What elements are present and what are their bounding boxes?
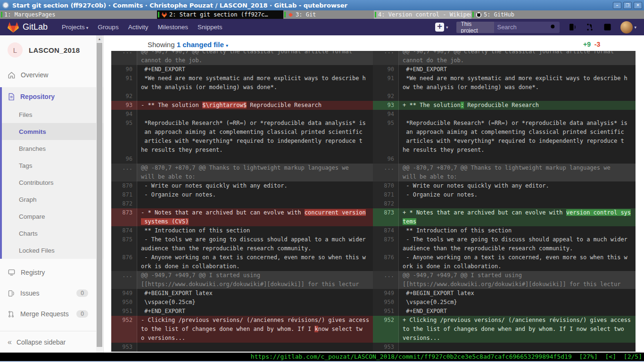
issues-icon[interactable] (568, 23, 577, 32)
diff-line-number[interactable]: 871 (373, 190, 399, 199)
diff-row: 873- * Notes that are archived but can e… (111, 208, 373, 226)
project-header[interactable]: L LASCON_2018 (0, 35, 103, 65)
sidebar-item-overview[interactable]: Overview (0, 65, 103, 85)
sidebar-item-registry[interactable]: Registry (0, 262, 103, 283)
changed-files-dropdown[interactable]: 1 changed file (177, 41, 224, 49)
scrollbar-thumb[interactable] (97, 43, 102, 347)
browser-tab[interactable]: 2: Start git section (ff927c… (157, 10, 283, 19)
diff-line-number[interactable]: ... (111, 51, 137, 65)
diff-line-number[interactable]: ... (373, 271, 399, 289)
diff-line-number[interactable]: ... (111, 271, 137, 289)
diff-row: ...@@ -949,7 +949,7 @@ I started using [… (373, 271, 636, 289)
diff-line-number[interactable]: 949 (373, 289, 399, 298)
new-dropdown-button[interactable]: + ▾ (435, 23, 448, 32)
diff-line-number[interactable]: 91 (111, 74, 137, 92)
diff-line-number[interactable]: ... (373, 51, 399, 65)
diff-line-number[interactable]: 873 (373, 208, 399, 226)
sidebar-item-graph[interactable]: Graph (2, 191, 103, 208)
sidebar-item-compare[interactable]: Compare (2, 208, 103, 225)
chevron-down-icon: ▾ (226, 43, 228, 48)
browser-tab[interactable]: 5: GitHub (471, 10, 644, 19)
diff-line-number[interactable]: 873 (111, 208, 137, 226)
diff-line-number[interactable]: 94 (111, 110, 137, 119)
diff-line-number[interactable]: 874 (111, 226, 137, 235)
diff-line-number[interactable]: 875 (111, 235, 137, 253)
diff-line-number[interactable]: 953 (373, 343, 399, 352)
nav-link-projects[interactable]: Projects▾ (57, 24, 93, 31)
sidebar-item-commits[interactable]: Commits (2, 123, 103, 140)
sidebar-item-issues[interactable]: Issues 0 (0, 283, 103, 304)
diff-line-number[interactable]: 874 (373, 226, 399, 235)
sidebar-item-merge-requests[interactable]: Merge Requests 0 (0, 304, 103, 324)
sidebar-item-contributors[interactable]: Contributors (2, 174, 103, 191)
sidebar-item-branches[interactable]: Branches (2, 140, 103, 157)
diff-line-number[interactable]: 872 (111, 199, 137, 208)
diff-line-number[interactable]: 951 (111, 307, 137, 316)
diff-line-number[interactable]: 876 (111, 253, 137, 271)
scrollbar-up-arrow[interactable]: ▲ (96, 35, 103, 42)
collapse-chevrons-icon: « (8, 338, 12, 346)
diff-line-number[interactable]: 872 (373, 199, 399, 208)
search-icon (550, 24, 557, 31)
sidebar-item-repository[interactable]: Repository (2, 87, 103, 106)
nav-link-groups[interactable]: Groups (93, 24, 123, 31)
merge-requests-icon[interactable] (586, 23, 594, 32)
diff-line-number[interactable]: 870 (111, 181, 137, 190)
diff-line-number[interactable]: 870 (373, 181, 399, 190)
diff-line-number[interactable]: ... (111, 164, 137, 181)
search-input[interactable] (494, 24, 550, 31)
diff-line-number[interactable]: ... (373, 164, 399, 181)
window-titlebar: Start git section (ff927c0b) · Commits ·… (0, 0, 644, 10)
todos-icon[interactable] (603, 23, 612, 32)
diff-line-number[interactable]: 953 (111, 343, 137, 352)
diff-row: 93- ** The solution $\rightarrow$ Reprod… (111, 101, 373, 110)
diff-line-content: @@ -870,7 +870,7 @@ Thanks to lightweigh… (399, 164, 636, 181)
diff-line-number[interactable]: 96 (111, 155, 137, 164)
sidebar-item-files[interactable]: Files (2, 106, 103, 123)
diff-line-number[interactable]: 95 (111, 119, 137, 155)
container-registry-icon (8, 269, 16, 276)
diff-line-content: @@ -90,7 +90,7 @@ Clearly the classical … (137, 51, 373, 65)
diff-line-number[interactable]: 92 (373, 92, 399, 101)
sidebar-item-locked-files[interactable]: Locked Files (2, 242, 103, 259)
diff-line-number[interactable]: 91 (373, 74, 399, 92)
diff-line-number[interactable]: 92 (111, 92, 137, 101)
minimize-button[interactable]: – (613, 2, 621, 9)
diff-line-number[interactable]: 95 (373, 119, 399, 155)
diff-line-number[interactable]: 90 (111, 65, 137, 74)
sidebar-scrollbar[interactable]: ▲ (96, 35, 103, 353)
diff-line-content: #+END_EXPORT (137, 307, 373, 316)
sidebar-item-charts[interactable]: Charts (2, 225, 103, 242)
diff-line-number[interactable]: 952 (373, 316, 399, 343)
diff-line-number[interactable]: 90 (373, 65, 399, 74)
diff-line-number[interactable]: 950 (111, 298, 137, 307)
diff-row: 96 (111, 155, 373, 164)
diff-line-number[interactable]: 94 (373, 110, 399, 119)
diff-line-number[interactable]: 93 (111, 101, 137, 110)
browser-tab[interactable]: 3: Git (283, 10, 374, 19)
diff-line-content: #+END_EXPORT (137, 65, 373, 74)
diff-row: 92 (111, 92, 373, 101)
diff-line-number[interactable]: 952 (111, 316, 137, 343)
diff-line-number[interactable]: 871 (111, 190, 137, 199)
browser-tab[interactable]: 4: Version control - Wikipedia (374, 10, 471, 19)
diff-line-number[interactable]: 950 (373, 298, 399, 307)
search-box: This project (456, 22, 560, 33)
gitlab-logo[interactable]: GitLab (0, 22, 48, 33)
browser-tab[interactable]: 1: MarquesPages (0, 10, 157, 19)
nav-link-activity[interactable]: Activity (124, 24, 153, 31)
diff-line-number[interactable]: 876 (373, 253, 399, 271)
diff-line-number[interactable]: 96 (373, 155, 399, 164)
nav-link-milestones[interactable]: Milestones (153, 24, 193, 31)
sidebar-item-tags[interactable]: Tags (2, 157, 103, 174)
search-scope-chip[interactable]: This project (456, 22, 494, 33)
maximize-button[interactable]: ❐ (623, 2, 632, 9)
close-button[interactable]: ✕ (634, 2, 642, 9)
diff-line-number[interactable]: 93 (373, 101, 399, 110)
user-menu[interactable]: ▾ (620, 21, 636, 33)
nav-link-snippets[interactable]: Snippets (193, 24, 227, 31)
collapse-sidebar-button[interactable]: « Collapse sidebar (0, 331, 97, 353)
diff-line-number[interactable]: 875 (373, 235, 399, 253)
diff-line-number[interactable]: 949 (111, 289, 137, 298)
diff-line-number[interactable]: 951 (373, 307, 399, 316)
